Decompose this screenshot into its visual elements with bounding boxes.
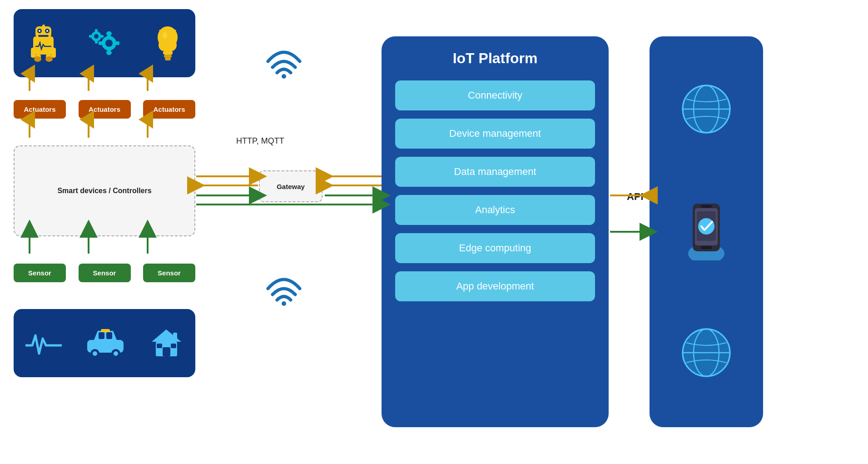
svg-point-12 [34,56,41,62]
actuator-row: Actuators Actuators Actuators [14,100,195,119]
service-app-dev: App development [395,271,595,301]
diagram-container: Actuators Actuators Actuators Smart devi… [0,0,868,464]
actuator-box-1: Actuators [14,100,66,119]
api-label: API [627,191,644,203]
house-icon [149,327,184,359]
actuator-box-3: Actuators [143,100,195,119]
service-device-mgmt: Device management [395,119,595,149]
svg-rect-29 [89,35,92,38]
svg-rect-49 [157,344,162,348]
service-analytics: Analytics [395,195,595,225]
svg-rect-50 [171,344,176,348]
sensor-box-3: Sensor [143,264,195,282]
svg-rect-2 [51,48,56,58]
globe-bottom-icon [679,325,734,382]
svg-point-42 [93,351,97,356]
svg-rect-34 [163,51,173,55]
svg-point-44 [114,351,118,356]
middle-section: HTTP, MQTT Gateway [227,9,363,445]
svg-rect-35 [164,55,172,58]
svg-rect-40 [106,332,112,339]
bottom-device-box [14,309,195,377]
svg-point-25 [94,34,99,39]
svg-rect-18 [115,41,119,45]
protocol-label: HTTP, MQTT [236,136,284,146]
svg-rect-19 [99,41,103,45]
svg-rect-45 [101,329,110,332]
svg-rect-6 [42,25,45,27]
svg-point-15 [105,40,113,47]
svg-rect-26 [95,29,98,32]
svg-rect-51 [173,333,177,341]
svg-rect-27 [95,40,98,44]
service-edge-computing: Edge computing [395,233,595,263]
service-data-mgmt: Data management [395,157,595,187]
sensor-box-1: Sensor [14,264,66,282]
svg-rect-11 [38,35,49,37]
car-icon [85,327,126,359]
lightbulb-icon [153,23,183,64]
smartphone-icon [681,201,731,262]
gear-icon [86,23,127,64]
svg-point-53 [282,301,286,306]
right-panel [650,36,763,427]
top-device-box [14,9,195,77]
iot-platform-title: IoT Platform [453,50,538,67]
sensor-box-2: Sensor [79,264,131,282]
left-panel: Actuators Actuators Actuators Smart devi… [14,9,204,445]
smart-devices-label: Smart devices / Controllers [57,187,151,195]
robot-icon [26,23,60,64]
svg-rect-62 [701,205,712,208]
smart-devices-box: Smart devices / Controllers [14,145,195,236]
globe-top-icon [679,82,734,138]
service-connectivity: Connectivity [395,80,595,110]
svg-point-37 [163,32,167,39]
sensor-row: Sensor Sensor Sensor [14,264,195,282]
svg-rect-64 [701,246,712,249]
svg-point-9 [39,30,40,32]
wifi-top-icon [263,45,304,81]
svg-point-13 [45,56,53,62]
actuator-box-2: Actuators [79,100,131,119]
heartbeat-icon [25,327,62,359]
svg-rect-39 [99,332,104,339]
iot-platform: IoT Platform Connectivity Device managem… [382,36,609,427]
svg-point-52 [282,74,286,79]
svg-rect-36 [165,58,171,60]
svg-point-10 [46,30,48,32]
gateway-box: Gateway [259,170,322,202]
svg-rect-48 [163,347,170,356]
wifi-bottom-icon [263,273,304,309]
svg-rect-1 [31,48,35,58]
svg-rect-28 [100,35,104,38]
